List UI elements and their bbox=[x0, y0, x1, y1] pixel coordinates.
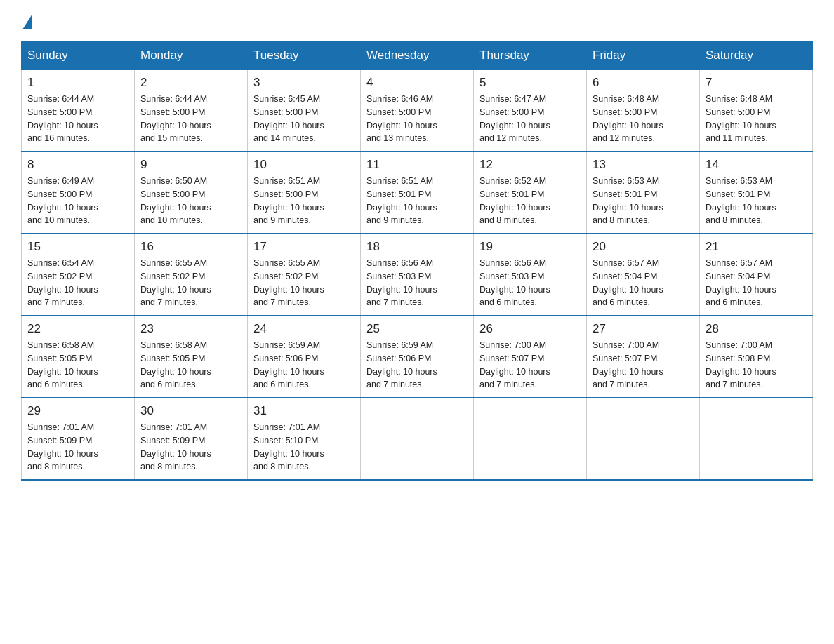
day-number: 30 bbox=[140, 404, 241, 418]
calendar-week-row: 8 Sunrise: 6:49 AM Sunset: 5:00 PM Dayli… bbox=[22, 152, 813, 234]
calendar-cell: 11 Sunrise: 6:51 AM Sunset: 5:01 PM Dayl… bbox=[361, 152, 474, 234]
calendar-cell: 5 Sunrise: 6:47 AM Sunset: 5:00 PM Dayli… bbox=[474, 70, 587, 152]
calendar-cell: 23 Sunrise: 6:58 AM Sunset: 5:05 PM Dayl… bbox=[135, 316, 248, 398]
day-number: 23 bbox=[140, 322, 241, 336]
calendar-cell: 14 Sunrise: 6:53 AM Sunset: 5:01 PM Dayl… bbox=[700, 152, 813, 234]
day-info: Sunrise: 6:58 AM Sunset: 5:05 PM Dayligh… bbox=[27, 339, 128, 391]
calendar-week-row: 15 Sunrise: 6:54 AM Sunset: 5:02 PM Dayl… bbox=[22, 234, 813, 316]
day-info: Sunrise: 6:55 AM Sunset: 5:02 PM Dayligh… bbox=[140, 257, 241, 309]
day-info: Sunrise: 7:01 AM Sunset: 5:09 PM Dayligh… bbox=[140, 421, 241, 474]
weekday-header-monday: Monday bbox=[135, 41, 248, 70]
day-info: Sunrise: 7:00 AM Sunset: 5:08 PM Dayligh… bbox=[706, 339, 807, 391]
day-number: 22 bbox=[27, 322, 128, 336]
calendar-cell: 22 Sunrise: 6:58 AM Sunset: 5:05 PM Dayl… bbox=[22, 316, 135, 398]
calendar-cell: 6 Sunrise: 6:48 AM Sunset: 5:00 PM Dayli… bbox=[587, 70, 700, 152]
day-info: Sunrise: 6:49 AM Sunset: 5:00 PM Dayligh… bbox=[27, 175, 128, 227]
day-info: Sunrise: 6:54 AM Sunset: 5:02 PM Dayligh… bbox=[27, 257, 128, 309]
day-number: 16 bbox=[140, 240, 241, 254]
day-number: 21 bbox=[706, 240, 807, 254]
logo-triangle-icon bbox=[22, 14, 32, 29]
calendar-cell bbox=[361, 398, 474, 480]
calendar-cell: 15 Sunrise: 6:54 AM Sunset: 5:02 PM Dayl… bbox=[22, 234, 135, 316]
day-number: 31 bbox=[253, 404, 355, 418]
calendar-cell: 12 Sunrise: 6:52 AM Sunset: 5:01 PM Dayl… bbox=[474, 152, 587, 234]
calendar-cell: 19 Sunrise: 6:56 AM Sunset: 5:03 PM Dayl… bbox=[474, 234, 587, 316]
calendar-week-row: 29 Sunrise: 7:01 AM Sunset: 5:09 PM Dayl… bbox=[22, 398, 813, 480]
day-info: Sunrise: 6:47 AM Sunset: 5:00 PM Dayligh… bbox=[479, 93, 581, 145]
day-info: Sunrise: 6:58 AM Sunset: 5:05 PM Dayligh… bbox=[140, 339, 241, 391]
calendar-cell: 18 Sunrise: 6:56 AM Sunset: 5:03 PM Dayl… bbox=[361, 234, 474, 316]
page-header bbox=[21, 14, 813, 27]
day-number: 7 bbox=[706, 76, 807, 90]
calendar-cell bbox=[587, 398, 700, 480]
calendar-cell: 26 Sunrise: 7:00 AM Sunset: 5:07 PM Dayl… bbox=[474, 316, 587, 398]
calendar-cell: 31 Sunrise: 7:01 AM Sunset: 5:10 PM Dayl… bbox=[248, 398, 361, 480]
day-number: 18 bbox=[366, 240, 468, 254]
calendar-cell: 3 Sunrise: 6:45 AM Sunset: 5:00 PM Dayli… bbox=[248, 70, 361, 152]
calendar-week-row: 22 Sunrise: 6:58 AM Sunset: 5:05 PM Dayl… bbox=[22, 316, 813, 398]
day-info: Sunrise: 6:48 AM Sunset: 5:00 PM Dayligh… bbox=[593, 93, 694, 145]
calendar-cell bbox=[700, 398, 813, 480]
day-info: Sunrise: 6:59 AM Sunset: 5:06 PM Dayligh… bbox=[253, 339, 355, 391]
calendar-cell: 25 Sunrise: 6:59 AM Sunset: 5:06 PM Dayl… bbox=[361, 316, 474, 398]
day-info: Sunrise: 6:45 AM Sunset: 5:00 PM Dayligh… bbox=[253, 93, 355, 145]
day-number: 1 bbox=[27, 76, 128, 90]
day-info: Sunrise: 6:56 AM Sunset: 5:03 PM Dayligh… bbox=[366, 257, 468, 309]
day-info: Sunrise: 7:01 AM Sunset: 5:10 PM Dayligh… bbox=[253, 421, 355, 474]
day-number: 5 bbox=[479, 76, 581, 90]
day-info: Sunrise: 6:50 AM Sunset: 5:00 PM Dayligh… bbox=[140, 175, 241, 227]
day-number: 9 bbox=[140, 158, 241, 172]
day-number: 13 bbox=[593, 158, 694, 172]
day-info: Sunrise: 6:55 AM Sunset: 5:02 PM Dayligh… bbox=[253, 257, 355, 309]
day-number: 19 bbox=[479, 240, 581, 254]
weekday-header-friday: Friday bbox=[587, 41, 700, 70]
logo bbox=[21, 14, 32, 27]
day-info: Sunrise: 7:00 AM Sunset: 5:07 PM Dayligh… bbox=[593, 339, 694, 391]
day-number: 2 bbox=[140, 76, 241, 90]
calendar-cell: 1 Sunrise: 6:44 AM Sunset: 5:00 PM Dayli… bbox=[22, 70, 135, 152]
calendar-cell: 9 Sunrise: 6:50 AM Sunset: 5:00 PM Dayli… bbox=[135, 152, 248, 234]
day-info: Sunrise: 6:57 AM Sunset: 5:04 PM Dayligh… bbox=[593, 257, 694, 309]
day-info: Sunrise: 6:44 AM Sunset: 5:00 PM Dayligh… bbox=[140, 93, 241, 145]
day-number: 8 bbox=[27, 158, 128, 172]
day-number: 14 bbox=[706, 158, 807, 172]
day-number: 27 bbox=[593, 322, 694, 336]
day-number: 12 bbox=[479, 158, 581, 172]
calendar-cell: 28 Sunrise: 7:00 AM Sunset: 5:08 PM Dayl… bbox=[700, 316, 813, 398]
calendar-week-row: 1 Sunrise: 6:44 AM Sunset: 5:00 PM Dayli… bbox=[22, 70, 813, 152]
calendar-table: SundayMondayTuesdayWednesdayThursdayFrid… bbox=[21, 41, 813, 481]
calendar-cell: 10 Sunrise: 6:51 AM Sunset: 5:00 PM Dayl… bbox=[248, 152, 361, 234]
day-number: 15 bbox=[27, 240, 128, 254]
day-info: Sunrise: 6:53 AM Sunset: 5:01 PM Dayligh… bbox=[593, 175, 694, 227]
weekday-header-sunday: Sunday bbox=[22, 41, 135, 70]
day-info: Sunrise: 6:52 AM Sunset: 5:01 PM Dayligh… bbox=[479, 175, 581, 227]
calendar-cell: 4 Sunrise: 6:46 AM Sunset: 5:00 PM Dayli… bbox=[361, 70, 474, 152]
logo-block bbox=[21, 14, 32, 27]
day-info: Sunrise: 6:44 AM Sunset: 5:00 PM Dayligh… bbox=[27, 93, 128, 145]
calendar-header-row: SundayMondayTuesdayWednesdayThursdayFrid… bbox=[22, 41, 813, 70]
calendar-cell: 29 Sunrise: 7:01 AM Sunset: 5:09 PM Dayl… bbox=[22, 398, 135, 480]
calendar-cell: 17 Sunrise: 6:55 AM Sunset: 5:02 PM Dayl… bbox=[248, 234, 361, 316]
day-info: Sunrise: 6:46 AM Sunset: 5:00 PM Dayligh… bbox=[366, 93, 468, 145]
day-info: Sunrise: 6:56 AM Sunset: 5:03 PM Dayligh… bbox=[479, 257, 581, 309]
day-number: 10 bbox=[253, 158, 355, 172]
day-info: Sunrise: 7:01 AM Sunset: 5:09 PM Dayligh… bbox=[27, 421, 128, 474]
day-number: 24 bbox=[253, 322, 355, 336]
day-info: Sunrise: 7:00 AM Sunset: 5:07 PM Dayligh… bbox=[479, 339, 581, 391]
weekday-header-wednesday: Wednesday bbox=[361, 41, 474, 70]
calendar-cell: 20 Sunrise: 6:57 AM Sunset: 5:04 PM Dayl… bbox=[587, 234, 700, 316]
calendar-cell: 2 Sunrise: 6:44 AM Sunset: 5:00 PM Dayli… bbox=[135, 70, 248, 152]
day-number: 28 bbox=[706, 322, 807, 336]
day-info: Sunrise: 6:51 AM Sunset: 5:00 PM Dayligh… bbox=[253, 175, 355, 227]
day-info: Sunrise: 6:53 AM Sunset: 5:01 PM Dayligh… bbox=[706, 175, 807, 227]
calendar-cell: 24 Sunrise: 6:59 AM Sunset: 5:06 PM Dayl… bbox=[248, 316, 361, 398]
calendar-cell: 30 Sunrise: 7:01 AM Sunset: 5:09 PM Dayl… bbox=[135, 398, 248, 480]
day-number: 25 bbox=[366, 322, 468, 336]
day-number: 20 bbox=[593, 240, 694, 254]
day-number: 17 bbox=[253, 240, 355, 254]
day-number: 6 bbox=[593, 76, 694, 90]
weekday-header-tuesday: Tuesday bbox=[248, 41, 361, 70]
calendar-cell: 16 Sunrise: 6:55 AM Sunset: 5:02 PM Dayl… bbox=[135, 234, 248, 316]
calendar-cell: 13 Sunrise: 6:53 AM Sunset: 5:01 PM Dayl… bbox=[587, 152, 700, 234]
weekday-header-saturday: Saturday bbox=[700, 41, 813, 70]
